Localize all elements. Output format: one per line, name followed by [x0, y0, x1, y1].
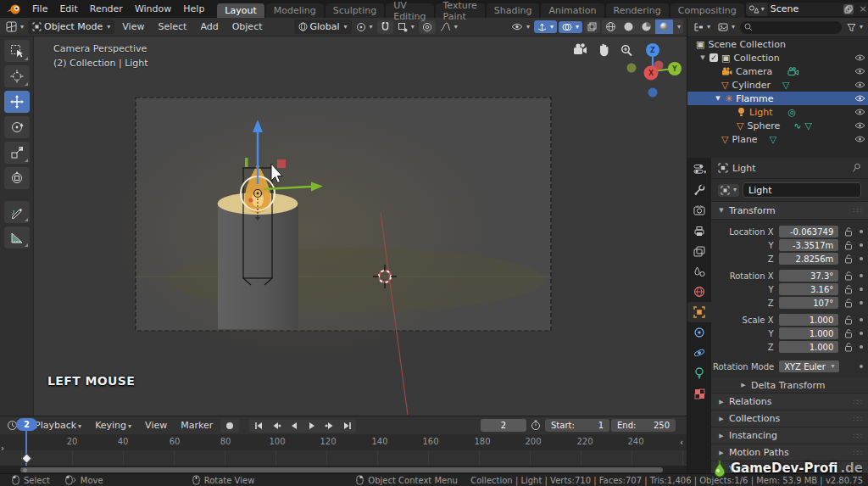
menu-object[interactable]: Object [226, 19, 269, 35]
lock-icon[interactable] [842, 298, 855, 308]
lock-icon[interactable] [842, 342, 855, 352]
shading-wireframe-button[interactable] [602, 20, 620, 34]
region-expand-arrow[interactable]: › [1, 444, 4, 453]
panel-visibility[interactable]: ▶ Visibility ∷∷ [711, 461, 868, 473]
nav-pan-button[interactable] [594, 42, 614, 61]
lock-icon[interactable] [842, 226, 855, 237]
outliner-row-flamme[interactable]: ▼ ✳ Flamme [687, 92, 868, 105]
menu-select[interactable]: Select [152, 19, 192, 35]
eye-icon[interactable] [854, 109, 865, 115]
scale-x-field[interactable]: 1.000 [779, 314, 839, 326]
animate-dot-icon[interactable] [860, 257, 863, 260]
tab-world[interactable] [687, 282, 711, 302]
snap-settings-dropdown[interactable]: ▾ [395, 20, 417, 34]
menu-marker[interactable]: Marker [175, 417, 219, 433]
preview-range-toggle[interactable] [528, 418, 543, 433]
panel-grip-icon[interactable]: ∷∷ [854, 449, 861, 457]
panel-grip-icon[interactable]: ∷∷ [854, 206, 861, 215]
tool-select-box[interactable] [4, 40, 30, 62]
eye-icon[interactable] [854, 68, 865, 75]
proportional-edit-toggle[interactable] [419, 20, 436, 34]
panel-collections[interactable]: ▶ Collections ∷∷ [711, 410, 868, 427]
menu-view[interactable]: View [116, 19, 150, 35]
animate-dot-icon[interactable] [860, 243, 863, 247]
rotation-x-field[interactable]: 37.3° [779, 270, 839, 282]
snap-toggle[interactable] [377, 20, 393, 34]
copy-scene-icon[interactable] [843, 4, 854, 14]
overlays-toggle[interactable]: ▾ [559, 21, 582, 33]
rotation-z-field[interactable]: 107° [779, 297, 839, 309]
workspace-tab-modeling[interactable]: Modeling [266, 3, 324, 18]
start-frame-field[interactable]: Start: 1 [545, 419, 609, 432]
outliner-row-light[interactable]: Light ◎ [687, 105, 868, 119]
rotation-y-field[interactable]: 3.16° [779, 283, 839, 295]
menu-add[interactable]: Add [194, 19, 224, 35]
panel-relations[interactable]: ▶ Relations ∷∷ [711, 393, 868, 410]
timeline-track[interactable] [0, 450, 687, 466]
scene-name[interactable]: Scene [771, 3, 841, 14]
object-id-browse-button[interactable]: ▾ [718, 184, 739, 197]
tool-move[interactable] [4, 91, 30, 113]
workspace-tab-shading[interactable]: Shading [487, 3, 540, 18]
pivot-point-dropdown[interactable]: ▾ [353, 20, 376, 34]
gizmo-plane-handle-red[interactable] [277, 159, 286, 168]
timeline-ruler[interactable]: 20 40 60 80 100 120 140 160 180 200 220 … [0, 434, 687, 451]
properties-editor-type-button[interactable]: ▾ [687, 158, 711, 180]
rotation-mode-dropdown[interactable]: XYZ Euler ▾ [779, 360, 839, 372]
tool-measure[interactable] [4, 226, 30, 249]
tab-texture[interactable] [687, 383, 711, 404]
menu-help[interactable]: Help [177, 1, 210, 17]
close-icon[interactable]: × [857, 3, 868, 14]
outliner-filter-button[interactable]: ▾ [844, 21, 865, 34]
pin-icon[interactable] [852, 163, 861, 173]
panel-instancing[interactable]: ▶ Instancing ∷∷ [711, 427, 868, 444]
panel-grip-icon[interactable]: ∷∷ [854, 398, 861, 406]
gizmos-toggle[interactable]: ▾ [534, 20, 557, 33]
workspace-tab-sculpting[interactable]: Sculpting [326, 3, 384, 18]
tab-scene[interactable] [687, 261, 711, 282]
workspace-tab-layout[interactable]: Layout [217, 3, 264, 18]
location-x-field[interactable]: -0.063749 [779, 226, 839, 237]
animate-dot-icon[interactable] [860, 345, 863, 349]
tab-object-data[interactable] [687, 363, 711, 383]
gizmo-x-handle[interactable] [248, 198, 253, 202]
outliner-row-sphere[interactable]: ▽ Sphere ∿ ▽ [687, 119, 868, 132]
eye-icon[interactable] [854, 136, 865, 142]
outliner-row-collection[interactable]: ▼ ✓ ▣ Collection [687, 51, 868, 64]
panel-motion-paths[interactable]: ▶ Motion Paths ∷∷ [711, 444, 868, 461]
disclosure-triangle-icon[interactable]: ▼ [699, 54, 706, 61]
lock-icon[interactable] [842, 328, 855, 338]
workspace-tab-uv-editing[interactable]: UV Editing [386, 3, 433, 18]
shading-solid-button[interactable] [620, 20, 637, 34]
tool-transform[interactable] [4, 167, 30, 189]
jump-to-end-button[interactable] [338, 419, 356, 433]
tab-constraints[interactable] [687, 322, 711, 343]
animate-dot-icon[interactable] [860, 288, 863, 291]
jump-to-start-button[interactable] [249, 419, 267, 433]
tab-output[interactable] [687, 221, 711, 241]
eye-icon[interactable] [854, 95, 865, 102]
lock-icon[interactable] [842, 315, 855, 325]
menu-render[interactable]: Render [84, 1, 129, 17]
breadcrumb-object-name[interactable]: Light [732, 163, 755, 174]
menu-window[interactable]: Window [129, 1, 177, 17]
lock-icon[interactable] [842, 254, 855, 264]
panel-grip-icon[interactable]: ∷∷ [854, 466, 861, 474]
viewport-3d[interactable]: Z Y X Camera Perspective (2) Collection … [0, 36, 687, 416]
tab-render[interactable] [687, 200, 711, 221]
delta-transform-subpanel[interactable]: ▶ Delta Transform [711, 377, 868, 393]
prev-keyframe-button[interactable] [267, 419, 285, 433]
nav-camera-button[interactable] [570, 42, 590, 61]
tab-view-layer[interactable] [687, 241, 711, 261]
shading-rendered-button[interactable] [655, 20, 673, 34]
gizmo-plane-handle-green[interactable] [245, 158, 248, 167]
outliner-row-scene-collection[interactable]: ▣ Scene Collection [687, 37, 868, 51]
animate-dot-icon[interactable] [860, 318, 863, 321]
eye-icon[interactable] [854, 81, 865, 88]
end-frame-field[interactable]: End: 250 [611, 419, 676, 432]
tool-rotate[interactable] [4, 116, 30, 138]
xray-toggle[interactable] [584, 20, 600, 33]
nav-zoom-button[interactable] [618, 42, 637, 61]
disclosure-triangle-icon[interactable]: ▼ [715, 95, 721, 102]
orientation-dropdown[interactable]: Global ▾ [294, 20, 352, 34]
